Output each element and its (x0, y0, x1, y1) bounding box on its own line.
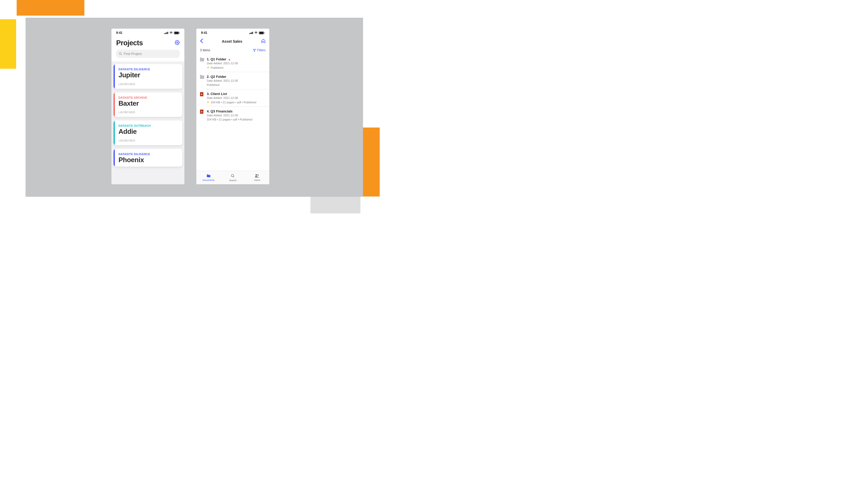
nav-title: Asset Sales (222, 39, 243, 43)
svg-rect-6 (179, 32, 180, 33)
file-row[interactable]: 4. Q3 Financials Date Added: 2021-12-05 … (196, 107, 269, 124)
svg-point-7 (177, 42, 178, 43)
file-date: Date Added: 2021-12-05 (207, 79, 266, 82)
documents-icon (207, 174, 211, 178)
tab-label: Documents (203, 179, 215, 182)
project-name: Addie (119, 128, 179, 135)
status-icons (164, 32, 180, 34)
search-icon (231, 174, 235, 178)
filters-button[interactable]: Filters (253, 48, 266, 52)
battery-icon (174, 32, 180, 34)
svg-line-9 (121, 55, 122, 55)
tab-bar: Documents Search Users (196, 171, 269, 184)
search-input[interactable]: Find Project (116, 50, 180, 58)
svg-point-20 (255, 174, 257, 176)
svg-line-19 (233, 176, 234, 177)
svg-rect-0 (164, 33, 165, 34)
file-type-icon (200, 109, 204, 121)
projects-header: Projects (112, 37, 184, 50)
file-name: 4. Q3 Financials (207, 109, 266, 113)
file-name: 2. Q2 Folder (207, 75, 266, 78)
svg-rect-2 (166, 32, 167, 34)
tab-label: Users (254, 179, 260, 182)
file-row[interactable]: 2. Q2 Folder Date Added: 2021-12-05 Publ… (196, 72, 269, 89)
filter-icon (253, 49, 256, 52)
tab-search[interactable]: Search (221, 171, 245, 184)
svg-rect-16 (264, 32, 265, 33)
project-status: LAUNCHED (119, 139, 179, 142)
filters-label: Filters (257, 48, 266, 52)
status-time: 9:41 (116, 31, 122, 35)
file-row[interactable]: 3. Client List Date Added: 2021-12-05 ★1… (196, 89, 269, 106)
nav-bar: Asset Sales (196, 37, 269, 47)
file-type-icon (200, 75, 204, 87)
svg-point-18 (231, 174, 234, 177)
project-status: LAUNCHED (119, 110, 179, 114)
pdf-icon (200, 109, 204, 114)
svg-rect-13 (252, 32, 253, 34)
project-status: LAUNCHED (119, 83, 179, 86)
back-button[interactable] (200, 38, 203, 45)
decoration-orange-top-left (17, 0, 84, 15)
svg-rect-5 (175, 32, 179, 34)
file-meta: 154 KB • 21 pages • pdf • Published (207, 118, 266, 121)
status-bar: 9:41 (196, 29, 269, 37)
chevron-left-icon (200, 38, 203, 43)
project-category: DATASITE ARCHIVE (119, 96, 179, 99)
status-bar: 9:41 (112, 29, 184, 37)
page-title: Projects (116, 39, 143, 47)
home-button[interactable] (261, 38, 266, 44)
file-date: Date Added: 2021-12-05 (207, 96, 266, 99)
item-count: 3 Items (200, 48, 210, 52)
gear-icon (175, 40, 180, 45)
project-card[interactable]: DATASITE OUTREACH Addie LAUNCHED (114, 121, 182, 145)
wifi-icon (169, 32, 173, 34)
wifi-icon (254, 32, 258, 34)
file-meta: ★154 KB • 21 pages • pdf • Published (207, 100, 266, 104)
filter-row: 3 Items Filters (196, 47, 269, 55)
tab-users[interactable]: Users (245, 171, 269, 184)
tab-label: Search (229, 179, 237, 182)
project-name: Jupiter (119, 71, 179, 79)
users-icon (255, 174, 259, 178)
pdf-icon (200, 92, 204, 96)
project-name: Baxter (119, 100, 179, 107)
decoration-gray-bottom-right (310, 197, 361, 214)
project-category: DATASITE DILIGENCE (119, 68, 179, 71)
file-meta: ★Published (207, 66, 266, 69)
decoration-orange-bottom-right (361, 128, 380, 196)
folder-icon (200, 75, 204, 79)
file-date: Date Added: 2021-12-05 (207, 114, 266, 117)
file-type-icon (200, 58, 204, 69)
svg-marker-17 (253, 49, 256, 52)
status-icons (249, 32, 265, 34)
file-name: 1. Q1 Folder ▲ (207, 57, 266, 61)
card-body: DATASITE DILIGENCE Jupiter LAUNCHED (115, 64, 182, 89)
search-icon (119, 52, 122, 56)
star-icon: ★ (207, 100, 209, 104)
settings-button[interactable] (175, 40, 180, 46)
svg-rect-11 (250, 33, 251, 34)
home-icon (261, 38, 266, 43)
project-category: DATASITE DILIGENCE (119, 153, 179, 156)
folder-icon (200, 58, 204, 61)
project-list: DATASITE DILIGENCE Jupiter LAUNCHED DATA… (112, 61, 184, 184)
svg-point-8 (119, 53, 121, 55)
project-card[interactable]: DATASITE DILIGENCE Jupiter LAUNCHED (114, 64, 182, 89)
svg-rect-10 (249, 33, 250, 34)
file-meta: Published (207, 83, 266, 87)
svg-rect-12 (251, 32, 252, 34)
file-row[interactable]: 1. Q1 Folder ▲ Date Added: 2021-12-05 ★P… (196, 55, 269, 72)
project-card[interactable]: DATASITE DILIGENCE Phoenix (114, 149, 182, 167)
file-name: 3. Client List (207, 92, 266, 96)
star-icon: ★ (207, 66, 209, 69)
battery-icon (259, 32, 265, 34)
cellular-icon (164, 32, 168, 34)
project-card[interactable]: DATASITE ARCHIVE Baxter LAUNCHED (114, 92, 182, 117)
tab-documents[interactable]: Documents (196, 171, 221, 184)
project-name: Phoenix (119, 156, 179, 164)
svg-rect-1 (165, 33, 166, 34)
decoration-yellow-left (0, 19, 16, 69)
status-time: 9:41 (201, 31, 207, 35)
card-body: DATASITE OUTREACH Addie LAUNCHED (115, 121, 182, 145)
